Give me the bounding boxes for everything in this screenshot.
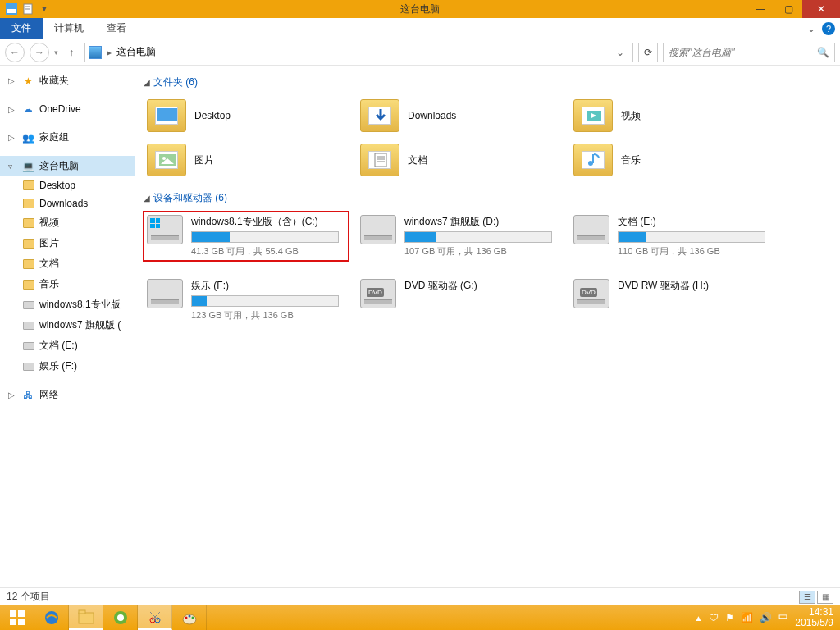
drive-info: windows8.1专业版（含）(C:)41.3 GB 可用，共 55.4 GB [191, 215, 345, 258]
folder-pictures[interactable]: 图片 [144, 140, 349, 180]
refresh-button[interactable]: ⟳ [638, 43, 658, 62]
collapse-icon: ◢ [144, 194, 150, 203]
history-dropdown-icon[interactable]: ▾ [54, 48, 58, 57]
drive-tile[interactable]: windows8.1专业版（含）(C:)41.3 GB 可用，共 55.4 GB [144, 212, 349, 261]
folder-video[interactable]: 视频 [570, 96, 775, 135]
tray-volume-icon[interactable]: 🔊 [760, 612, 772, 623]
folder-downloads[interactable]: Downloads [357, 96, 562, 135]
folder-label: 文档 [408, 153, 427, 167]
view-details-button[interactable]: ☰ [799, 591, 815, 604]
qat-dropdown-icon[interactable]: ▼ [38, 2, 51, 16]
group-header-drives[interactable]: ◢设备和驱动器 (6) [144, 191, 832, 205]
sidebar-favorites[interactable]: ▷★收藏夹 [0, 71, 135, 91]
drive-name: 娱乐 (F:) [191, 279, 345, 293]
ribbon-expand-icon[interactable]: ⌄ [807, 23, 815, 34]
svg-point-27 [155, 618, 160, 623]
ribbon: 文件 计算机 查看 ⌄ ? [0, 18, 840, 39]
group-header-folders[interactable]: ◢文件夹 (6) [144, 75, 832, 89]
close-button[interactable]: ✕ [802, 0, 840, 18]
taskbar: ▲ 🛡 ⚑ 📶 🔊 中 14:31 2015/5/9 [0, 605, 840, 630]
drive-icon [573, 279, 609, 308]
forward-button[interactable]: → [30, 43, 49, 62]
folder-icon [573, 144, 613, 176]
tray-ime-icon[interactable]: 中 [778, 611, 788, 625]
taskbar-explorer-button[interactable] [69, 605, 103, 630]
sidebar-thispc[interactable]: ▿💻这台电脑 [0, 156, 135, 176]
breadcrumb-location[interactable]: 这台电脑 [116, 45, 156, 59]
sidebar-item-downloads[interactable]: Downloads [0, 194, 135, 212]
svg-rect-18 [18, 610, 25, 617]
sidebar-item-drive-c[interactable]: windows8.1专业版 [0, 294, 135, 315]
folders-grid: DesktopDownloads视频图片文档音乐 [144, 96, 832, 180]
sidebar-homegroup[interactable]: ▷👥家庭组 [0, 127, 135, 148]
folder-desktop[interactable]: Desktop [144, 96, 349, 135]
sidebar-item-videos[interactable]: 视频 [0, 212, 135, 233]
sidebar-onedrive[interactable]: ▷☁OneDrive [0, 99, 135, 119]
drive-capacity-bar [191, 231, 339, 243]
drive-icon [360, 215, 396, 244]
svg-point-31 [185, 617, 187, 619]
sidebar-item-drive-e[interactable]: 文档 (E:) [0, 336, 135, 356]
file-tab[interactable]: 文件 [0, 18, 43, 39]
taskbar-paint-button[interactable] [172, 605, 207, 630]
start-button[interactable] [0, 605, 34, 630]
drive-name: DVD 驱动器 (G:) [404, 279, 559, 293]
drive-tile[interactable]: 文档 (E:)110 GB 可用，共 136 GB [570, 212, 775, 261]
sidebar-item-drive-f[interactable]: 娱乐 (F:) [0, 356, 135, 377]
view-tiles-button[interactable]: ▦ [817, 591, 833, 604]
minimize-button[interactable]: — [746, 0, 774, 18]
drive-tile[interactable]: DVD RW 驱动器 (H:) [570, 276, 775, 325]
folder-docs[interactable]: 文档 [357, 140, 562, 180]
taskbar-app-1[interactable] [103, 605, 138, 630]
svg-rect-22 [79, 613, 94, 623]
folder-icon [360, 99, 399, 132]
folder-icon [147, 144, 186, 176]
svg-point-26 [150, 618, 155, 623]
folder-music[interactable]: 音乐 [570, 140, 775, 180]
tab-view[interactable]: 查看 [95, 18, 138, 39]
sidebar-item-music[interactable]: 音乐 [0, 274, 135, 294]
drive-info: DVD 驱动器 (G:) [404, 279, 559, 322]
sidebar-item-desktop[interactable]: Desktop [0, 176, 135, 194]
maximize-button[interactable]: ▢ [774, 0, 802, 18]
tray-flag-icon[interactable]: ⚑ [725, 612, 734, 623]
address-dropdown-icon[interactable]: ⌄ [611, 47, 629, 58]
tab-computer[interactable]: 计算机 [43, 18, 95, 39]
search-input[interactable] [669, 47, 817, 58]
svg-point-9 [162, 157, 166, 160]
help-icon[interactable]: ? [822, 22, 835, 35]
tray-clock[interactable]: 14:31 2015/5/9 [795, 607, 833, 628]
drive-name: windows7 旗舰版 (D:) [404, 215, 559, 229]
tray-overflow-icon[interactable]: ▲ [694, 614, 702, 623]
properties-icon[interactable] [21, 2, 34, 16]
folder-icon [360, 144, 399, 176]
up-button[interactable]: ↑ [63, 44, 80, 61]
drive-info: DVD RW 驱动器 (H:) [618, 279, 772, 322]
taskbar-snip-button[interactable] [138, 605, 172, 630]
drive-tile[interactable]: windows7 旗舰版 (D:)107 GB 可用，共 136 GB [357, 212, 562, 261]
drive-tile[interactable]: 娱乐 (F:)123 GB 可用，共 136 GB [144, 276, 349, 325]
tray-shield-icon[interactable]: 🛡 [709, 612, 719, 623]
sidebar-item-pictures[interactable]: 图片 [0, 233, 135, 253]
folder-label: Desktop [194, 110, 231, 121]
sidebar-item-drive-d[interactable]: windows7 旗舰版 ( [0, 315, 135, 336]
svg-rect-11 [375, 153, 386, 167]
address-bar[interactable]: ▸ 这台电脑 ⌄ [84, 43, 633, 62]
sidebar-network[interactable]: ▷🖧网络 [0, 385, 135, 405]
drive-info: 文档 (E:)110 GB 可用，共 136 GB [618, 215, 772, 258]
drive-name: DVD RW 驱动器 (H:) [618, 279, 772, 293]
drive-tile[interactable]: DVD 驱动器 (G:) [357, 276, 562, 325]
taskbar-ie-button[interactable] [34, 605, 69, 630]
svg-rect-23 [79, 610, 85, 614]
svg-rect-19 [10, 619, 16, 625]
drive-status: 110 GB 可用，共 136 GB [618, 245, 772, 258]
tray-network-icon[interactable]: 📶 [741, 612, 753, 623]
window-title: 这台电脑 [0, 2, 840, 16]
back-button[interactable]: ← [5, 43, 25, 62]
search-box[interactable]: 🔍 [663, 43, 835, 62]
drive-icon [573, 215, 609, 244]
drive-icon [23, 363, 34, 371]
sidebar-item-documents[interactable]: 文档 [0, 253, 135, 274]
svg-point-32 [188, 615, 190, 618]
view-buttons: ☰ ▦ [799, 591, 833, 604]
